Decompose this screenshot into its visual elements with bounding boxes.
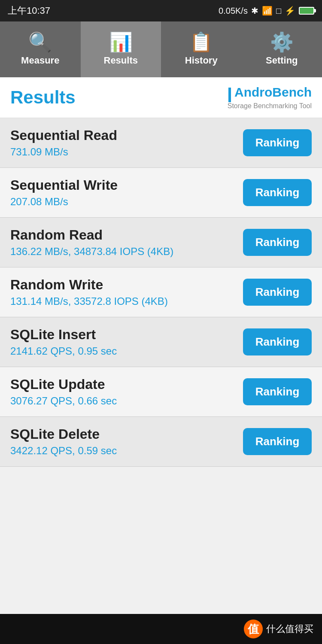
result-info-2: Random Read 136.22 MB/s, 34873.84 IOPS (… <box>10 227 173 258</box>
tab-history[interactable]: 📋 History <box>161 21 242 77</box>
brand-logo: AndroBench Storage Benchmarking Tool <box>228 85 312 110</box>
result-row-6: SQLite Delete 3422.12 QPS, 0.59 sec Rank… <box>0 417 322 467</box>
result-value-1: 207.08 MB/s <box>10 196 118 208</box>
wifi-icon: 📶 <box>262 6 273 16</box>
result-name-4: SQLite Insert <box>10 327 117 343</box>
sim-icon: □ <box>276 6 281 16</box>
result-row-4: SQLite Insert 2141.62 QPS, 0.95 sec Rank… <box>0 317 322 367</box>
brand-name-part1: Andro <box>234 85 272 99</box>
result-name-5: SQLite Update <box>10 377 117 392</box>
bottom-logo-text: 什么值得买 <box>266 623 313 635</box>
result-value-5: 3076.27 QPS, 0.66 sec <box>10 395 117 407</box>
history-icon: 📋 <box>189 33 213 52</box>
result-info-4: SQLite Insert 2141.62 QPS, 0.95 sec <box>10 327 117 357</box>
result-info-3: Random Write 131.14 MB/s, 33572.8 IOPS (… <box>10 277 168 307</box>
result-info-6: SQLite Delete 3422.12 QPS, 0.59 sec <box>10 426 117 457</box>
tab-setting[interactable]: ⚙️ Setting <box>242 21 322 77</box>
result-row-0: Sequential Read 731.09 MB/s Ranking <box>0 118 322 168</box>
result-row-5: SQLite Update 3076.27 QPS, 0.66 sec Rank… <box>0 367 322 417</box>
brand-name-text: AndroBench <box>234 85 312 99</box>
ranking-button-3[interactable]: Ranking <box>243 279 312 306</box>
bottom-logo-icon: 值 <box>244 620 263 638</box>
tab-results[interactable]: 📊 Results <box>81 21 161 77</box>
brand-bar <box>228 88 231 102</box>
status-bar: 上午10:37 0.05K/s ✱ 📶 □ ⚡ <box>0 0 322 21</box>
result-name-2: Random Read <box>10 227 173 243</box>
ranking-button-4[interactable]: Ranking <box>243 328 312 355</box>
result-info-1: Sequential Write 207.08 MB/s <box>10 177 118 208</box>
status-icons: 0.05K/s ✱ 📶 □ ⚡ <box>219 6 314 16</box>
nav-tabs: 🔍 Measure 📊 Results 📋 History ⚙️ Setting <box>0 21 322 77</box>
brand-subtitle: Storage Benchmarking Tool <box>228 102 312 110</box>
result-info-0: Sequential Read 731.09 MB/s <box>10 128 117 158</box>
result-name-1: Sequential Write <box>10 177 118 193</box>
tab-history-label: History <box>185 55 218 66</box>
bottom-bar: 值 什么值得买 <box>0 614 322 644</box>
brand-name-part2: Bench <box>272 85 312 99</box>
result-value-6: 3422.12 QPS, 0.59 sec <box>10 445 117 457</box>
status-time: 上午10:37 <box>8 4 50 17</box>
measure-icon: 🔍 <box>28 33 52 52</box>
result-name-6: SQLite Delete <box>10 426 117 442</box>
main-content: Results AndroBench Storage Benchmarking … <box>0 77 322 614</box>
result-name-0: Sequential Read <box>10 128 117 143</box>
result-value-0: 731.09 MB/s <box>10 146 117 158</box>
result-info-5: SQLite Update 3076.27 QPS, 0.66 sec <box>10 377 117 407</box>
battery-icon <box>299 7 314 15</box>
setting-icon: ⚙️ <box>270 33 294 52</box>
bluetooth-icon: ✱ <box>251 6 258 16</box>
results-header: Results AndroBench Storage Benchmarking … <box>0 77 322 118</box>
tab-measure-label: Measure <box>21 55 59 66</box>
ranking-button-2[interactable]: Ranking <box>243 229 312 256</box>
ranking-button-5[interactable]: Ranking <box>243 378 312 405</box>
result-value-3: 131.14 MB/s, 33572.8 IOPS (4KB) <box>10 295 168 307</box>
tab-measure[interactable]: 🔍 Measure <box>0 21 81 77</box>
bottom-logo: 值 什么值得买 <box>244 620 313 638</box>
results-icon: 📊 <box>109 33 133 52</box>
charging-icon: ⚡ <box>285 6 295 16</box>
brand-name: AndroBench <box>228 85 312 102</box>
result-value-4: 2141.62 QPS, 0.95 sec <box>10 345 117 357</box>
ranking-button-1[interactable]: Ranking <box>243 179 312 206</box>
result-name-3: Random Write <box>10 277 168 293</box>
tab-setting-label: Setting <box>266 55 298 66</box>
ranking-button-6[interactable]: Ranking <box>243 428 312 455</box>
result-row-2: Random Read 136.22 MB/s, 34873.84 IOPS (… <box>0 218 322 267</box>
result-value-2: 136.22 MB/s, 34873.84 IOPS (4KB) <box>10 246 173 258</box>
page-title: Results <box>10 87 76 108</box>
tab-results-label: Results <box>104 55 138 66</box>
ranking-button-0[interactable]: Ranking <box>243 129 312 156</box>
result-row-3: Random Write 131.14 MB/s, 33572.8 IOPS (… <box>0 267 322 317</box>
network-speed: 0.05K/s <box>219 6 248 16</box>
results-list: Sequential Read 731.09 MB/s Ranking Sequ… <box>0 118 322 467</box>
result-row-1: Sequential Write 207.08 MB/s Ranking <box>0 168 322 218</box>
